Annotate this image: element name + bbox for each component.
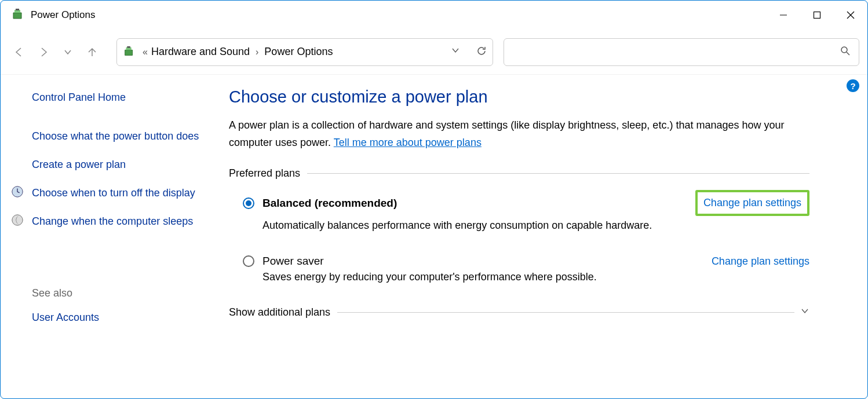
recent-locations-button[interactable] xyxy=(57,42,78,63)
svg-rect-0 xyxy=(16,9,19,10)
radio-balanced[interactable] xyxy=(243,197,254,209)
breadcrumb-segment[interactable]: Power Options xyxy=(264,46,333,58)
radio-power-saver[interactable] xyxy=(243,255,254,267)
breadcrumb-segment[interactable]: Hardware and Sound xyxy=(151,46,250,58)
search-icon xyxy=(840,46,851,58)
sidebar-item[interactable]: Create a power plan xyxy=(32,157,209,173)
search-input[interactable] xyxy=(504,38,859,66)
sidebar-item[interactable]: Choose when to turn off the display xyxy=(32,185,209,201)
plan-description: Automatically balances performance with … xyxy=(262,219,809,232)
show-additional-plans-toggle[interactable]: Show additional plans xyxy=(229,306,809,319)
svg-point-6 xyxy=(841,47,847,53)
page-description: A power plan is a collection of hardware… xyxy=(229,117,809,151)
chevron-right-icon[interactable]: › xyxy=(256,47,258,57)
svg-rect-2 xyxy=(814,12,820,19)
learn-more-link[interactable]: Tell me more about power plans xyxy=(334,137,482,148)
chevron-down-icon xyxy=(800,306,809,319)
battery-icon xyxy=(123,46,136,58)
control-panel-home-link[interactable]: Control Panel Home xyxy=(32,90,209,105)
window-title: Power Options xyxy=(31,9,96,21)
preferred-plans-heading: Preferred plans xyxy=(229,167,809,180)
refresh-icon[interactable] xyxy=(476,46,487,58)
see-also-heading: See also xyxy=(32,287,209,299)
chevron-down-icon[interactable] xyxy=(451,46,460,58)
forward-button[interactable] xyxy=(33,42,54,63)
power-plan-row: Balanced (recommended) Change plan setti… xyxy=(243,190,809,216)
change-plan-settings-link[interactable]: Change plan settings xyxy=(712,255,809,268)
page-title: Choose or customize a power plan xyxy=(229,87,809,107)
moon-icon xyxy=(11,214,24,226)
address-bar[interactable]: « Hardware and Sound › Power Options xyxy=(116,38,493,66)
close-button[interactable] xyxy=(834,1,867,30)
power-plan-row: Power saver Change plan settings xyxy=(243,255,809,268)
svg-point-9 xyxy=(12,215,23,225)
battery-icon xyxy=(11,8,25,22)
sidebar: Control Panel Home Choose what the power… xyxy=(1,75,221,398)
help-button[interactable]: ? xyxy=(847,79,859,92)
sidebar-item[interactable]: User Accounts xyxy=(32,310,209,325)
plan-description: Saves energy by reducing your computer's… xyxy=(262,271,809,283)
up-button[interactable] xyxy=(82,42,103,63)
minimize-button[interactable] xyxy=(767,1,800,30)
svg-rect-5 xyxy=(127,46,130,47)
sidebar-item[interactable]: Change when the computer sleeps xyxy=(32,214,209,229)
main-content: Choose or customize a power plan A power… xyxy=(221,75,867,398)
back-button[interactable] xyxy=(9,42,30,63)
plan-name[interactable]: Balanced (recommended) xyxy=(262,197,397,210)
toolbar: « Hardware and Sound › Power Options xyxy=(1,30,867,75)
maximize-button[interactable] xyxy=(800,1,834,30)
change-plan-settings-link[interactable]: Change plan settings xyxy=(695,190,809,216)
sidebar-item[interactable]: Choose what the power button does xyxy=(32,129,209,144)
plan-name[interactable]: Power saver xyxy=(262,255,324,268)
titlebar: Power Options xyxy=(1,1,867,30)
clock-icon xyxy=(11,185,24,198)
svg-line-7 xyxy=(847,52,849,55)
breadcrumb-overflow-icon[interactable]: « xyxy=(143,47,148,57)
